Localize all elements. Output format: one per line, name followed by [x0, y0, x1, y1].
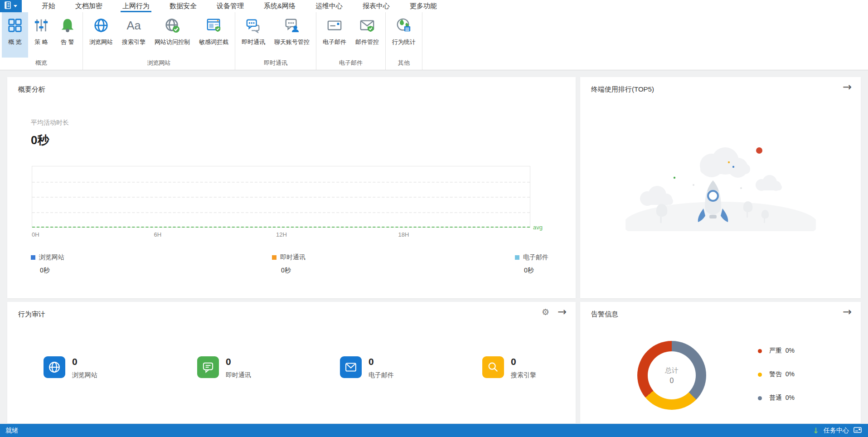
ribbon-group-label: 概览: [0, 58, 82, 70]
svg-text:Aa: Aa: [126, 19, 141, 32]
search-engine-icon: Aa: [125, 17, 142, 34]
stat-label: 电子邮件: [369, 371, 394, 379]
x-tick-18h: 18H: [398, 231, 409, 238]
tab-report-center[interactable]: 报表中心: [353, 0, 400, 12]
ribbon-item-site-access-control[interactable]: 网站访问控制: [150, 12, 194, 58]
ribbon-group-label: 即时通讯: [235, 58, 316, 70]
tab-start[interactable]: 开始: [32, 0, 65, 12]
top5-card-title: 终端使用排行(TOP5): [591, 85, 654, 94]
ribbon-group-overview: 概 览 策 略 告 警 概览: [0, 12, 83, 70]
search-stat-icon: [482, 356, 504, 378]
ribbon-item-label: 搜索引擎: [122, 38, 145, 46]
ribbon-item-label: 即时通讯: [242, 38, 265, 46]
tab-device-management[interactable]: 设备管理: [207, 0, 254, 12]
menu-bar: 开始 文档加密 上网行为 数据安全 设备管理 系统&网络 运维中心 报表中心 更…: [0, 0, 868, 12]
ribbon-item-behavior-stats[interactable]: 行为统计: [388, 12, 420, 58]
chart-x-axis: 0H 6H 12H 18H: [32, 231, 530, 238]
behavior-audit-card: 行为审计 ⚙ → 0 浏览网站 0 即时通讯: [7, 302, 576, 423]
alerts-card-title: 告警信息: [591, 310, 618, 319]
ribbon-group-label: 电子邮件: [316, 58, 385, 70]
policy-sliders-icon: [33, 17, 50, 34]
tab-doc-encryption[interactable]: 文档加密: [65, 0, 112, 12]
gear-icon[interactable]: ⚙: [542, 308, 549, 316]
ribbon-item-email[interactable]: 电子邮件: [318, 12, 351, 58]
avg-activity-metric: 平均活动时长 0秒: [31, 119, 69, 148]
tab-more-features[interactable]: 更多功能: [400, 0, 447, 12]
alert-legend-warning: 警告 0%: [758, 370, 795, 379]
alert-legend-label: 普通: [769, 394, 782, 401]
ribbon-group-label: 其他: [386, 58, 422, 70]
stat-label: 即时通讯: [226, 371, 251, 379]
chat-account-icon: [283, 17, 301, 34]
stat-im: 0 即时通讯: [197, 356, 251, 379]
summary-card-title: 概要分析: [18, 85, 45, 94]
ribbon-item-label: 敏感词拦截: [199, 38, 228, 46]
download-arrow-icon: ↓: [813, 426, 819, 435]
ribbon-item-label: 浏览网站: [89, 38, 113, 46]
im-chat-icon: [245, 17, 262, 34]
tab-internet-behavior[interactable]: 上网行为: [112, 0, 160, 12]
arrow-right-icon[interactable]: →: [558, 306, 567, 317]
legend-label: 电子邮件: [523, 253, 548, 261]
mail-stat-icon: [340, 356, 362, 378]
ribbon-item-browse-sites[interactable]: 浏览网站: [85, 12, 117, 58]
stat-label: 浏览网站: [72, 371, 97, 379]
x-tick-0h: 0H: [32, 231, 39, 238]
ribbon-item-alert[interactable]: 告 警: [54, 12, 81, 58]
chevron-down-icon: [14, 5, 17, 7]
red-dot-icon: [758, 349, 762, 353]
legend-value: 0秒: [40, 267, 50, 275]
legend-item-email: 电子邮件 0秒: [515, 253, 548, 262]
donut-center-label: 总计: [665, 366, 679, 375]
menu-tabs: 开始 文档加密 上网行为 数据安全 设备管理 系统&网络 运维中心 报表中心 更…: [32, 0, 447, 12]
tab-ops-center[interactable]: 运维中心: [305, 0, 353, 12]
task-center-button[interactable]: 任务中心: [824, 427, 849, 435]
task-center-monitor-icon[interactable]: [853, 427, 862, 434]
stat-value: 0: [511, 356, 536, 367]
ribbon-item-label: 行为统计: [392, 38, 416, 46]
stat-value: 0: [226, 356, 251, 367]
legend-value: 0秒: [524, 267, 534, 275]
metric-value: 0秒: [31, 132, 69, 148]
dashboard-content: 概要分析 平均活动时长 0秒 avg 0H 6H 12H 18H 浏览网站 0秒…: [0, 70, 868, 424]
alert-legend-normal: 普通 0%: [758, 393, 795, 403]
ribbon-item-label: 聊天账号管控: [274, 38, 310, 46]
alert-legend-critical: 严重 0%: [758, 346, 795, 355]
alert-legend-value: 0%: [786, 370, 795, 378]
tab-system-network[interactable]: 系统&网络: [254, 0, 305, 12]
ribbon-item-chat-account-control[interactable]: 聊天账号管控: [270, 12, 314, 58]
audit-card-title: 行为审计: [18, 310, 45, 319]
app-menu-button[interactable]: [0, 0, 22, 12]
legend-swatch-blue: [31, 255, 35, 260]
x-tick-12h: 12H: [276, 231, 287, 238]
ribbon-item-search-engine[interactable]: Aa 搜索引擎: [117, 12, 150, 58]
browse-globe-icon: [92, 17, 110, 34]
ribbon-item-mail-control[interactable]: 邮件管控: [351, 12, 383, 58]
alert-legend-value: 0%: [786, 394, 795, 401]
status-bar: 就绪 ↓ 任务中心: [0, 424, 868, 437]
email-icon: [326, 17, 343, 34]
donut-center-value: 0: [670, 377, 674, 385]
ribbon-group-im: 即时通讯 聊天账号管控 即时通讯: [235, 12, 316, 70]
alert-legend-value: 0%: [786, 347, 795, 354]
ribbon-item-im[interactable]: 即时通讯: [237, 12, 270, 58]
ribbon-item-label: 电子邮件: [323, 38, 346, 46]
ribbon-group-browse: 浏览网站 Aa 搜索引擎 网站访问控制 敏感词拦截 浏览网站: [83, 12, 235, 70]
tab-data-security[interactable]: 数据安全: [160, 0, 207, 12]
avg-line-label: avg: [533, 224, 543, 231]
ribbon-item-sensitive-word-block[interactable]: 敏感词拦截: [194, 12, 233, 58]
ribbon-item-overview[interactable]: 概 览: [2, 12, 28, 58]
arrow-right-icon[interactable]: →: [843, 306, 852, 317]
ribbon: 概 览 策 略 告 警 概览 浏览网站: [0, 12, 868, 70]
ribbon-item-policy[interactable]: 策 略: [28, 12, 54, 58]
arrow-right-icon[interactable]: →: [843, 82, 852, 92]
metric-label: 平均活动时长: [31, 119, 69, 127]
site-access-control-icon: [164, 17, 181, 34]
globe-stat-icon: [44, 356, 65, 378]
avg-dashed-line: [32, 227, 530, 228]
x-tick-6h: 6H: [154, 231, 162, 238]
behavior-stats-icon: [395, 17, 412, 34]
ribbon-group-label: 浏览网站: [83, 58, 235, 70]
legend-item-browse: 浏览网站 0秒: [31, 253, 64, 262]
legend-swatch-lightblue: [515, 255, 519, 260]
